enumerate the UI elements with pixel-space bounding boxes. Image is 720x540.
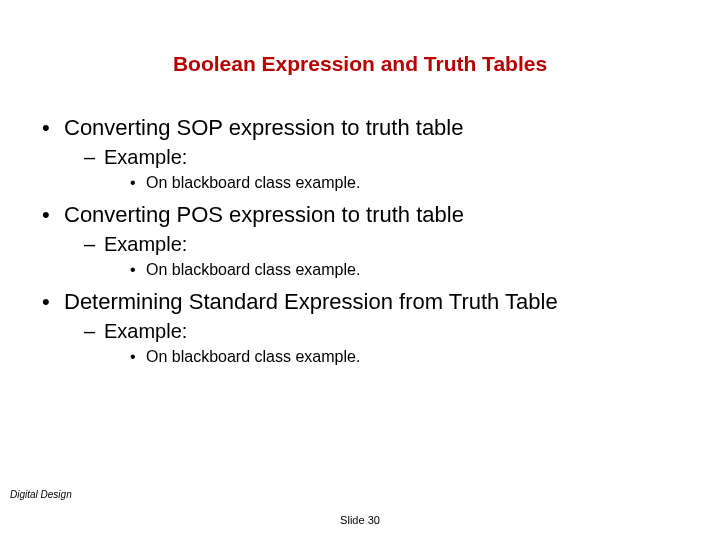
slide-title: Boolean Expression and Truth Tables — [38, 52, 682, 76]
list-item: On blackboard class example. — [38, 172, 682, 194]
list-item: Converting POS expression to truth table — [38, 201, 682, 229]
list-item: On blackboard class example. — [38, 259, 682, 281]
footer-slide-number: Slide 30 — [0, 514, 720, 526]
footer-left: Digital Design — [10, 489, 72, 500]
slide-content: Converting SOP expression to truth table… — [38, 114, 682, 367]
list-item: Example: — [38, 318, 682, 344]
list-item: On blackboard class example. — [38, 346, 682, 368]
list-item: Determining Standard Expression from Tru… — [38, 288, 682, 316]
list-item: Example: — [38, 144, 682, 170]
slide: Boolean Expression and Truth Tables Conv… — [0, 0, 720, 540]
list-item: Example: — [38, 231, 682, 257]
list-item: Converting SOP expression to truth table — [38, 114, 682, 142]
